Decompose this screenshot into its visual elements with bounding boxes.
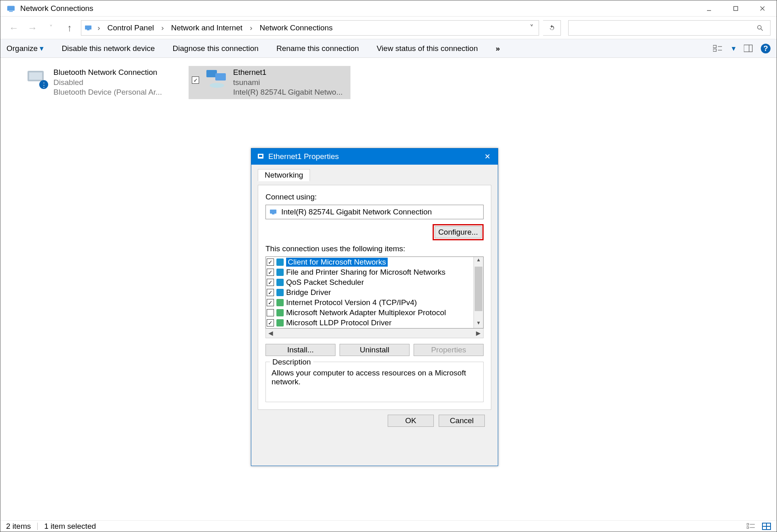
refresh-button[interactable]: [543, 20, 561, 36]
svg-rect-28: [763, 524, 766, 526]
svg-rect-7: [87, 30, 89, 30]
titlebar: Network Connections: [0, 0, 777, 17]
vertical-scrollbar[interactable]: ▲ ▼: [473, 257, 483, 328]
minimize-button[interactable]: [696, 0, 722, 17]
recent-dropdown[interactable]: ˅: [44, 24, 58, 32]
uninstall-button[interactable]: Uninstall: [340, 344, 410, 356]
configure-button[interactable]: Configure...: [435, 226, 482, 238]
list-item[interactable]: ✓Microsoft LLDP Protocol Driver: [266, 318, 473, 328]
horizontal-scrollbar[interactable]: ◄ ►: [265, 329, 484, 338]
crumb-network-internet[interactable]: Network and Internet: [169, 23, 245, 32]
view-status-button[interactable]: View status of this connection: [377, 44, 478, 53]
back-button[interactable]: ←: [6, 22, 21, 34]
maximize-button[interactable]: [722, 0, 749, 17]
connection-checkbox[interactable]: ✓: [192, 76, 199, 84]
selection-count: 1 item selected: [44, 522, 96, 531]
details-view-button[interactable]: [747, 523, 756, 530]
address-bar[interactable]: › Control Panel › Network and Internet ›…: [81, 20, 539, 36]
connection-name: Bluetooth Network Connection: [53, 68, 162, 78]
item-checkbox[interactable]: ✓: [267, 259, 274, 266]
item-checkbox[interactable]: ✓: [267, 269, 274, 276]
svg-rect-14: [744, 45, 752, 52]
disable-device-button[interactable]: Disable this network device: [62, 44, 155, 53]
item-label: Bridge Driver: [286, 288, 331, 297]
dialog-close-button[interactable]: ✕: [478, 148, 496, 165]
item-label: Internet Protocol Version 4 (TCP/IPv4): [286, 298, 417, 307]
item-checkbox[interactable]: [267, 309, 274, 316]
large-icons-view-button[interactable]: [762, 523, 771, 530]
item-checkbox[interactable]: ✓: [267, 289, 274, 296]
item-label: Microsoft LLDP Protocol Driver: [286, 318, 391, 327]
network-device-icon: [206, 68, 228, 90]
svg-rect-1: [9, 11, 13, 12]
adapter-name: Intel(R) 82574L Gigabit Network Connecti…: [281, 208, 432, 216]
chevron-down-icon: ▾: [40, 44, 44, 53]
item-checkbox[interactable]: ✓: [267, 319, 274, 326]
item-label: Client for Microsoft Networks: [286, 258, 388, 267]
install-button[interactable]: Install...: [265, 344, 335, 356]
network-device-icon: ⋮: [26, 68, 49, 90]
preview-pane-button[interactable]: [744, 45, 753, 53]
scroll-thumb[interactable]: [475, 267, 482, 311]
crumb-control-panel[interactable]: Control Panel: [105, 23, 156, 32]
diagnose-button[interactable]: Diagnose this connection: [173, 44, 259, 53]
item-checkbox[interactable]: ✓: [267, 279, 274, 286]
description-text: Allows your computer to access resources…: [271, 366, 478, 395]
item-count: 2 items: [6, 522, 31, 531]
item-label: QoS Packet Scheduler: [286, 278, 364, 287]
description-group: Description Allows your computer to acce…: [265, 362, 484, 402]
network-component-icon: [276, 279, 284, 286]
scroll-down-icon[interactable]: ▼: [474, 320, 483, 328]
organize-menu[interactable]: Organize ▾: [6, 44, 44, 53]
scroll-up-icon[interactable]: ▲: [474, 257, 483, 265]
svg-rect-34: [270, 210, 276, 214]
connection-name: Ethernet1: [233, 68, 343, 78]
address-dropdown[interactable]: ˅: [527, 23, 536, 32]
tab-content: Connect using: Intel(R) 82574L Gigabit N…: [258, 185, 491, 410]
connect-using-label: Connect using:: [265, 193, 484, 201]
connection-item-bluetooth[interactable]: ⋮ Bluetooth Network Connection Disabled …: [23, 66, 185, 99]
list-item[interactable]: ✓File and Printer Sharing for Microsoft …: [266, 267, 473, 277]
network-component-icon: [276, 259, 284, 266]
list-item[interactable]: ✓QoS Packet Scheduler: [266, 277, 473, 287]
list-item[interactable]: ✓Internet Protocol Version 4 (TCP/IPv4): [266, 297, 473, 307]
tab-networking[interactable]: Networking: [258, 169, 310, 181]
search-input[interactable]: [568, 20, 771, 36]
close-button[interactable]: [749, 0, 776, 17]
items-listbox[interactable]: ✓Client for Microsoft Networks✓File and …: [265, 256, 484, 329]
svg-rect-17: [29, 72, 42, 80]
dialog-titlebar: Ethernet1 Properties ✕: [251, 148, 498, 165]
up-button[interactable]: ↑: [62, 22, 77, 34]
protocol-icon: [276, 319, 284, 326]
adapter-field[interactable]: Intel(R) 82574L Gigabit Network Connecti…: [265, 205, 484, 219]
chevron-right-icon: ›: [159, 23, 165, 32]
view-options-dropdown[interactable]: ▾: [732, 44, 736, 53]
svg-rect-35: [272, 214, 274, 214]
network-component-icon: [276, 269, 284, 276]
chevron-right-icon: ›: [96, 23, 102, 32]
list-item[interactable]: Microsoft Network Adapter Multiplexor Pr…: [266, 307, 473, 318]
items-label: This connection uses the following items…: [265, 244, 484, 253]
crumb-network-connections[interactable]: Network Connections: [257, 23, 335, 32]
separator: [37, 523, 38, 530]
view-options-button[interactable]: [713, 45, 724, 53]
list-item[interactable]: ✓Client for Microsoft Networks: [266, 257, 473, 267]
scroll-right-icon[interactable]: ►: [473, 329, 483, 338]
properties-dialog: Ethernet1 Properties ✕ Networking Connec…: [251, 148, 498, 466]
svg-rect-3: [734, 6, 738, 11]
connection-status: tsunami: [233, 78, 343, 88]
scroll-left-icon[interactable]: ◄: [266, 329, 276, 338]
rename-button[interactable]: Rename this connection: [276, 44, 359, 53]
protocol-icon: [276, 309, 284, 316]
overflow-button[interactable]: »: [496, 44, 500, 53]
list-item[interactable]: ✓Bridge Driver: [266, 287, 473, 297]
forward-button[interactable]: →: [25, 22, 40, 34]
properties-button[interactable]: Properties: [414, 344, 484, 356]
connection-item-ethernet1[interactable]: ✓ Ethernet1 tsunami Intel(R) 82574L Giga…: [189, 66, 350, 99]
item-checkbox[interactable]: ✓: [267, 299, 274, 306]
cancel-button[interactable]: Cancel: [439, 415, 485, 427]
help-icon[interactable]: ?: [761, 44, 771, 53]
ok-button[interactable]: OK: [388, 415, 434, 427]
chevron-right-icon: ›: [248, 23, 254, 32]
dialog-title: Ethernet1 Properties: [268, 152, 339, 161]
